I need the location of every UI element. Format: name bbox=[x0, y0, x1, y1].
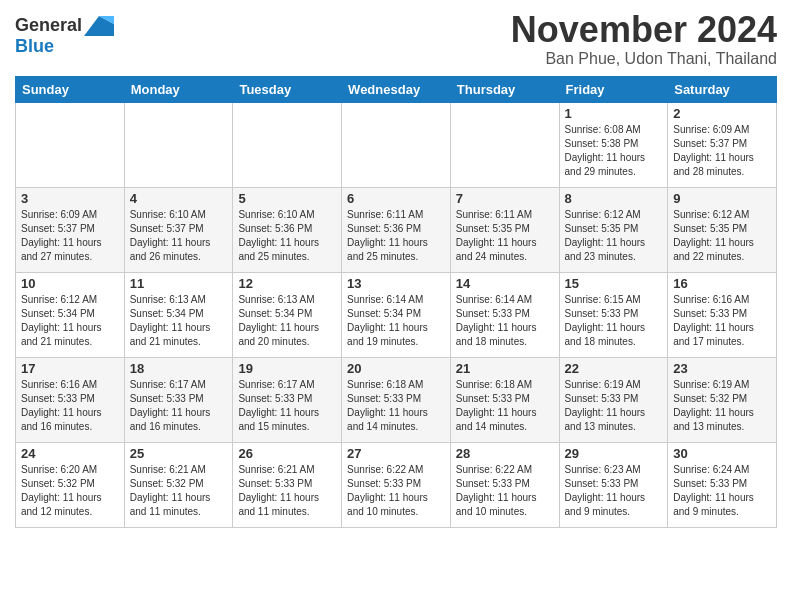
calendar-week-row: 24Sunrise: 6:20 AMSunset: 5:32 PMDayligh… bbox=[16, 442, 777, 527]
calendar-cell: 21Sunrise: 6:18 AMSunset: 5:33 PMDayligh… bbox=[450, 357, 559, 442]
day-number: 18 bbox=[130, 361, 228, 376]
day-info: Sunrise: 6:17 AMSunset: 5:33 PMDaylight:… bbox=[238, 378, 336, 434]
day-number: 26 bbox=[238, 446, 336, 461]
day-info: Sunrise: 6:17 AMSunset: 5:33 PMDaylight:… bbox=[130, 378, 228, 434]
calendar-cell: 22Sunrise: 6:19 AMSunset: 5:33 PMDayligh… bbox=[559, 357, 668, 442]
calendar-cell bbox=[450, 102, 559, 187]
day-number: 12 bbox=[238, 276, 336, 291]
calendar-cell: 2Sunrise: 6:09 AMSunset: 5:37 PMDaylight… bbox=[668, 102, 777, 187]
day-number: 11 bbox=[130, 276, 228, 291]
calendar-cell: 4Sunrise: 6:10 AMSunset: 5:37 PMDaylight… bbox=[124, 187, 233, 272]
logo-text: General bbox=[15, 15, 114, 36]
day-number: 27 bbox=[347, 446, 445, 461]
calendar-cell: 5Sunrise: 6:10 AMSunset: 5:36 PMDaylight… bbox=[233, 187, 342, 272]
main-container: General Blue November 2024 Ban Phue, Udo… bbox=[0, 0, 792, 538]
day-number: 19 bbox=[238, 361, 336, 376]
calendar-cell: 18Sunrise: 6:17 AMSunset: 5:33 PMDayligh… bbox=[124, 357, 233, 442]
calendar-cell: 23Sunrise: 6:19 AMSunset: 5:32 PMDayligh… bbox=[668, 357, 777, 442]
calendar-cell: 15Sunrise: 6:15 AMSunset: 5:33 PMDayligh… bbox=[559, 272, 668, 357]
day-number: 17 bbox=[21, 361, 119, 376]
calendar-cell: 12Sunrise: 6:13 AMSunset: 5:34 PMDayligh… bbox=[233, 272, 342, 357]
calendar-cell: 10Sunrise: 6:12 AMSunset: 5:34 PMDayligh… bbox=[16, 272, 125, 357]
day-number: 10 bbox=[21, 276, 119, 291]
day-info: Sunrise: 6:11 AMSunset: 5:36 PMDaylight:… bbox=[347, 208, 445, 264]
day-info: Sunrise: 6:16 AMSunset: 5:33 PMDaylight:… bbox=[673, 293, 771, 349]
calendar-cell: 7Sunrise: 6:11 AMSunset: 5:35 PMDaylight… bbox=[450, 187, 559, 272]
day-number: 8 bbox=[565, 191, 663, 206]
day-info: Sunrise: 6:13 AMSunset: 5:34 PMDaylight:… bbox=[238, 293, 336, 349]
logo-blue: Blue bbox=[15, 36, 54, 57]
day-info: Sunrise: 6:19 AMSunset: 5:33 PMDaylight:… bbox=[565, 378, 663, 434]
calendar-header-row: SundayMondayTuesdayWednesdayThursdayFrid… bbox=[16, 76, 777, 102]
calendar-cell: 9Sunrise: 6:12 AMSunset: 5:35 PMDaylight… bbox=[668, 187, 777, 272]
day-number: 25 bbox=[130, 446, 228, 461]
day-info: Sunrise: 6:14 AMSunset: 5:34 PMDaylight:… bbox=[347, 293, 445, 349]
day-number: 3 bbox=[21, 191, 119, 206]
calendar-weekday: Tuesday bbox=[233, 76, 342, 102]
day-number: 24 bbox=[21, 446, 119, 461]
day-info: Sunrise: 6:10 AMSunset: 5:36 PMDaylight:… bbox=[238, 208, 336, 264]
day-info: Sunrise: 6:14 AMSunset: 5:33 PMDaylight:… bbox=[456, 293, 554, 349]
day-info: Sunrise: 6:09 AMSunset: 5:37 PMDaylight:… bbox=[21, 208, 119, 264]
day-number: 1 bbox=[565, 106, 663, 121]
calendar-cell bbox=[342, 102, 451, 187]
calendar-cell: 16Sunrise: 6:16 AMSunset: 5:33 PMDayligh… bbox=[668, 272, 777, 357]
day-number: 21 bbox=[456, 361, 554, 376]
logo: General Blue bbox=[15, 10, 114, 57]
day-info: Sunrise: 6:23 AMSunset: 5:33 PMDaylight:… bbox=[565, 463, 663, 519]
day-number: 29 bbox=[565, 446, 663, 461]
calendar-cell: 13Sunrise: 6:14 AMSunset: 5:34 PMDayligh… bbox=[342, 272, 451, 357]
calendar-cell: 6Sunrise: 6:11 AMSunset: 5:36 PMDaylight… bbox=[342, 187, 451, 272]
day-info: Sunrise: 6:19 AMSunset: 5:32 PMDaylight:… bbox=[673, 378, 771, 434]
day-info: Sunrise: 6:18 AMSunset: 5:33 PMDaylight:… bbox=[456, 378, 554, 434]
calendar-cell: 11Sunrise: 6:13 AMSunset: 5:34 PMDayligh… bbox=[124, 272, 233, 357]
calendar-cell: 24Sunrise: 6:20 AMSunset: 5:32 PMDayligh… bbox=[16, 442, 125, 527]
day-number: 20 bbox=[347, 361, 445, 376]
day-info: Sunrise: 6:12 AMSunset: 5:34 PMDaylight:… bbox=[21, 293, 119, 349]
day-number: 15 bbox=[565, 276, 663, 291]
day-number: 16 bbox=[673, 276, 771, 291]
calendar-weekday: Friday bbox=[559, 76, 668, 102]
day-info: Sunrise: 6:18 AMSunset: 5:33 PMDaylight:… bbox=[347, 378, 445, 434]
day-info: Sunrise: 6:16 AMSunset: 5:33 PMDaylight:… bbox=[21, 378, 119, 434]
day-number: 28 bbox=[456, 446, 554, 461]
logo-icon bbox=[84, 16, 114, 36]
day-info: Sunrise: 6:08 AMSunset: 5:38 PMDaylight:… bbox=[565, 123, 663, 179]
day-info: Sunrise: 6:15 AMSunset: 5:33 PMDaylight:… bbox=[565, 293, 663, 349]
calendar-weekday: Thursday bbox=[450, 76, 559, 102]
calendar-cell: 20Sunrise: 6:18 AMSunset: 5:33 PMDayligh… bbox=[342, 357, 451, 442]
calendar-week-row: 10Sunrise: 6:12 AMSunset: 5:34 PMDayligh… bbox=[16, 272, 777, 357]
calendar-cell: 28Sunrise: 6:22 AMSunset: 5:33 PMDayligh… bbox=[450, 442, 559, 527]
day-info: Sunrise: 6:09 AMSunset: 5:37 PMDaylight:… bbox=[673, 123, 771, 179]
day-number: 9 bbox=[673, 191, 771, 206]
calendar-cell: 27Sunrise: 6:22 AMSunset: 5:33 PMDayligh… bbox=[342, 442, 451, 527]
day-number: 7 bbox=[456, 191, 554, 206]
calendar-cell: 8Sunrise: 6:12 AMSunset: 5:35 PMDaylight… bbox=[559, 187, 668, 272]
day-number: 2 bbox=[673, 106, 771, 121]
calendar-cell: 19Sunrise: 6:17 AMSunset: 5:33 PMDayligh… bbox=[233, 357, 342, 442]
logo-general: General bbox=[15, 15, 82, 36]
day-info: Sunrise: 6:21 AMSunset: 5:32 PMDaylight:… bbox=[130, 463, 228, 519]
calendar-weekday: Monday bbox=[124, 76, 233, 102]
calendar-cell bbox=[124, 102, 233, 187]
title-section: November 2024 Ban Phue, Udon Thani, Thai… bbox=[511, 10, 777, 68]
day-info: Sunrise: 6:22 AMSunset: 5:33 PMDaylight:… bbox=[456, 463, 554, 519]
calendar-weekday: Saturday bbox=[668, 76, 777, 102]
day-number: 30 bbox=[673, 446, 771, 461]
day-info: Sunrise: 6:12 AMSunset: 5:35 PMDaylight:… bbox=[673, 208, 771, 264]
calendar-week-row: 17Sunrise: 6:16 AMSunset: 5:33 PMDayligh… bbox=[16, 357, 777, 442]
day-info: Sunrise: 6:24 AMSunset: 5:33 PMDaylight:… bbox=[673, 463, 771, 519]
month-title: November 2024 bbox=[511, 10, 777, 50]
calendar-cell: 17Sunrise: 6:16 AMSunset: 5:33 PMDayligh… bbox=[16, 357, 125, 442]
day-number: 6 bbox=[347, 191, 445, 206]
calendar-week-row: 1Sunrise: 6:08 AMSunset: 5:38 PMDaylight… bbox=[16, 102, 777, 187]
day-number: 23 bbox=[673, 361, 771, 376]
day-number: 13 bbox=[347, 276, 445, 291]
calendar-table: SundayMondayTuesdayWednesdayThursdayFrid… bbox=[15, 76, 777, 528]
day-number: 5 bbox=[238, 191, 336, 206]
calendar-week-row: 3Sunrise: 6:09 AMSunset: 5:37 PMDaylight… bbox=[16, 187, 777, 272]
day-number: 4 bbox=[130, 191, 228, 206]
calendar-cell bbox=[16, 102, 125, 187]
calendar-cell: 1Sunrise: 6:08 AMSunset: 5:38 PMDaylight… bbox=[559, 102, 668, 187]
calendar-cell: 26Sunrise: 6:21 AMSunset: 5:33 PMDayligh… bbox=[233, 442, 342, 527]
